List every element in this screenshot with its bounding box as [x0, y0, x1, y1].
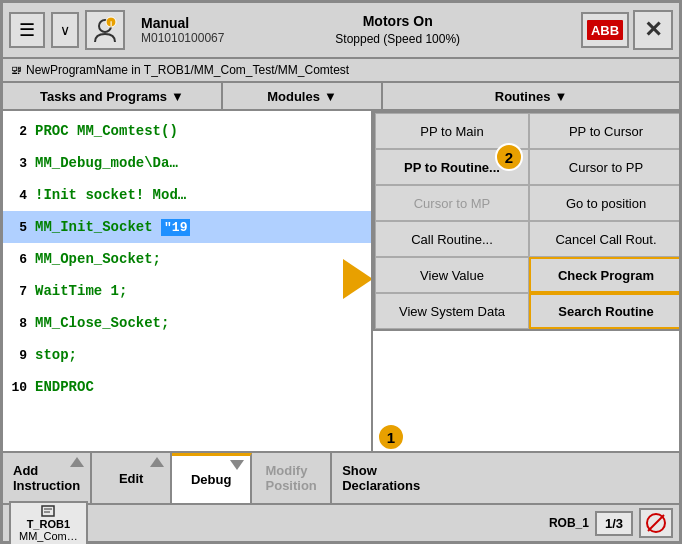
path-text: NewProgramName in T_ROB1/MM_Com_Test/MM_…: [26, 63, 349, 77]
code-line-4: 4 !Init socket! Mod…: [3, 179, 371, 211]
stop-icon-button[interactable]: [639, 508, 673, 538]
status-right: ROB_1 1/3: [549, 508, 673, 538]
tasks-arrow: ▼: [171, 89, 184, 104]
code-line-3: 3 MM_Debug_mode\Da…: [3, 147, 371, 179]
title-bar-right: ABB ✕: [581, 10, 673, 50]
manual-label: Manual: [141, 15, 224, 31]
code-line-7: 7 WaitTime 1;: [3, 275, 371, 307]
user-icon: i: [91, 16, 119, 44]
code-line-10: 10 ENDPROC: [3, 371, 371, 403]
status-bar: T_ROB1 MM_Com… ROB_1 1/3: [3, 503, 679, 541]
add-instruction-button[interactable]: AddInstruction: [3, 453, 92, 503]
modules-label: Modules: [267, 89, 320, 104]
view-value-item[interactable]: View Value: [375, 257, 529, 293]
title-center: Motors On Stopped (Speed 100%): [224, 12, 571, 48]
path-icon: 🖳: [11, 64, 22, 76]
arrow-down-icon: [230, 460, 244, 470]
main-area: 2 PROC MM_Comtest() 3 MM_Debug_mode\Da… …: [3, 111, 679, 451]
chevron-button[interactable]: ∨: [51, 12, 79, 48]
speed-status: Stopped (Speed 100%): [224, 31, 571, 48]
title-info: Manual M01010100067: [141, 15, 224, 45]
task-icon: [41, 505, 55, 517]
routines-label: Routines: [495, 89, 551, 104]
go-to-position-item[interactable]: Go to position: [529, 185, 679, 221]
fraction-display: 1/3: [595, 511, 633, 536]
svg-rect-5: [42, 506, 54, 516]
bottom-bar: AddInstruction Edit Debug ModifyPosition…: [3, 451, 679, 503]
robot-label: ROB_1: [549, 516, 589, 530]
tasks-label: Tasks and Programs: [40, 89, 167, 104]
debug-button[interactable]: Debug: [172, 453, 252, 503]
title-bar: ☰ ∨ i Manual M01010100067 Motors On Stop…: [3, 3, 679, 59]
abb-icon: ABB: [585, 16, 625, 44]
code-panel: 2 PROC MM_Comtest() 3 MM_Debug_mode\Da… …: [3, 111, 373, 451]
pp-to-cursor-item[interactable]: PP to Cursor: [529, 113, 679, 149]
column-headers: Tasks and Programs ▼ Modules ▼ Routines …: [3, 83, 679, 111]
check-program-item[interactable]: Check Program: [529, 257, 679, 293]
modify-position-button[interactable]: ModifyPosition: [252, 453, 332, 503]
modules-header[interactable]: Modules ▼: [223, 83, 383, 109]
svg-text:ABB: ABB: [591, 23, 619, 38]
fraction-value: 1/3: [605, 516, 623, 531]
tasks-header[interactable]: Tasks and Programs ▼: [3, 83, 223, 109]
view-system-data-item[interactable]: View System Data: [375, 293, 529, 329]
task-line2: MM_Com…: [19, 530, 78, 542]
stop-icon: [645, 512, 667, 534]
user-icon-button[interactable]: i: [85, 10, 125, 50]
search-routine-item[interactable]: Search Routine: [529, 293, 679, 329]
code-line-5: 5 MM_Init_Socket "19: [3, 211, 371, 243]
code-line-8: 8 MM_Close_Socket;: [3, 307, 371, 339]
cursor-to-mp-item[interactable]: Cursor to MP: [375, 185, 529, 221]
hamburger-icon: ☰: [19, 19, 35, 41]
motors-status: Motors On: [224, 12, 571, 32]
task-status-button[interactable]: T_ROB1 MM_Com…: [9, 501, 88, 545]
debug-label: Debug: [191, 472, 231, 487]
main-window: ☰ ∨ i Manual M01010100067 Motors On Stop…: [0, 0, 682, 544]
close-icon: ✕: [644, 17, 662, 43]
title-bar-left: ☰ ∨ i Manual M01010100067: [9, 10, 224, 50]
routines-arrow: ▼: [554, 89, 567, 104]
call-routine-item[interactable]: Call Routine...: [375, 221, 529, 257]
abb-logo-button[interactable]: ABB: [581, 12, 629, 48]
svg-line-9: [648, 515, 664, 531]
show-declarations-button[interactable]: ShowDeclarations: [332, 453, 430, 503]
code-line-2: 2 PROC MM_Comtest(): [3, 115, 371, 147]
arrow-up-icon: [70, 457, 84, 467]
badge-2: 2: [495, 143, 523, 171]
modules-arrow: ▼: [324, 89, 337, 104]
show-declarations-label: ShowDeclarations: [342, 463, 420, 493]
path-bar: 🖳 NewProgramName in T_ROB1/MM_Com_Test/M…: [3, 59, 679, 83]
chevron-icon: ∨: [60, 22, 70, 38]
arrow-up-icon: [150, 457, 164, 467]
code-line-6: 6 MM_Open_Socket;: [3, 243, 371, 275]
edit-button[interactable]: Edit: [92, 453, 172, 503]
hamburger-button[interactable]: ☰: [9, 12, 45, 48]
svg-text:i: i: [110, 19, 112, 28]
dropdown-panel: PP to Main PP to Cursor PP to Routine...…: [373, 111, 679, 331]
play-arrow: [343, 259, 373, 299]
task-line1: T_ROB1: [27, 518, 70, 530]
badge-1: 1: [377, 423, 405, 451]
cursor-to-pp-item[interactable]: Cursor to PP: [529, 149, 679, 185]
cancel-call-rout-item[interactable]: Cancel Call Rout.: [529, 221, 679, 257]
close-button[interactable]: ✕: [633, 10, 673, 50]
code-line-9: 9 stop;: [3, 339, 371, 371]
add-instruction-label: AddInstruction: [13, 463, 80, 493]
edit-label: Edit: [119, 471, 144, 486]
routines-header[interactable]: Routines ▼: [383, 83, 679, 109]
manual-id: M01010100067: [141, 31, 224, 45]
modify-position-label: ModifyPosition: [266, 463, 317, 493]
